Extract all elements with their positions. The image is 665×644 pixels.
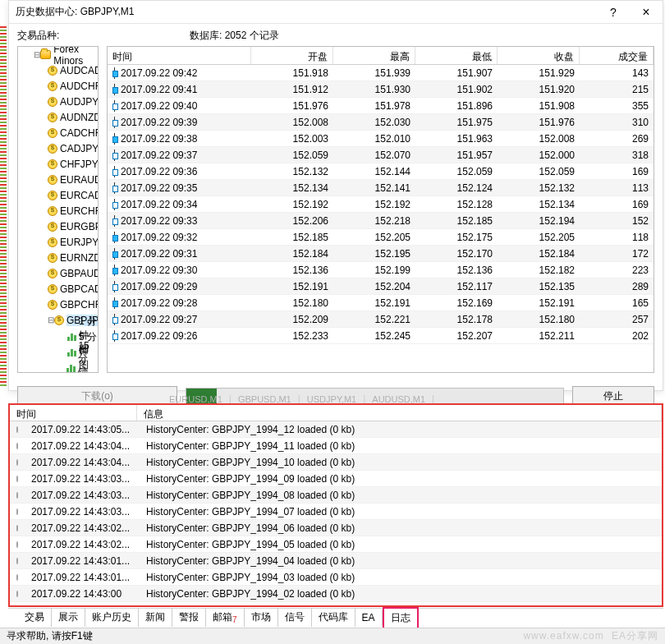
currency-icon [48,113,57,122]
candle-icon [112,216,117,226]
dot-icon [16,459,18,466]
log-row[interactable]: 2017.09.22 14:43:04...HistoryCenter: GBP… [10,438,662,454]
col-high[interactable]: 最高 [333,47,415,64]
table-row[interactable]: 2017.09.22 09:35152.134152.141152.124152… [108,180,654,196]
candle-icon [112,134,117,144]
log-row[interactable]: 2017.09.22 14:43:02...HistoryCenter: GBP… [10,520,662,536]
dot-icon [16,476,18,482]
log-row[interactable]: 2017.09.22 14:43:01...HistoryCenter: GBP… [10,553,662,569]
log-row[interactable]: 2017.09.22 14:43:03...HistoryCenter: GBP… [10,487,662,504]
col-close[interactable]: 收盘 [498,47,580,64]
tab-账户历史[interactable]: 账户历史 [85,608,139,627]
log-row[interactable]: 2017.09.22 14:43:03...HistoryCenter: GBP… [10,504,662,520]
currency-icon [48,81,57,91]
table-row[interactable]: 2017.09.22 09:38152.003152.010151.963152… [108,131,654,147]
table-row[interactable]: 2017.09.22 09:27152.209152.221152.178152… [108,311,654,328]
log-col-info[interactable]: 信息 [137,405,662,421]
tree-symbol-cadjpy[interactable]: CADJPY [18,140,98,156]
candle-icon [112,298,117,308]
log-row[interactable]: 2017.09.22 14:43:00HistoryCenter: GBPJPY… [10,586,662,602]
table-row[interactable]: 2017.09.22 09:30152.136152.199152.136152… [108,262,654,278]
tree-symbol-eurchf[interactable]: EURCHF [18,203,98,218]
col-low[interactable]: 最低 [415,47,498,64]
tree-symbol-eurjpy[interactable]: EURJPY [18,234,98,250]
table-row[interactable]: 2017.09.22 09:41151.912151.930151.902151… [108,81,654,98]
history-center-window: 历史数据中心: GBPJPY,M1 ? × 交易品种: 数据库: 2052 个记… [8,0,663,391]
tab-警报[interactable]: 警报 [172,608,206,627]
tree-symbol-eurgbp[interactable]: EURGBP [18,218,98,234]
log-col-time[interactable]: 时间 [10,405,137,421]
table-row[interactable]: 2017.09.22 09:29152.191152.204152.117152… [108,278,654,295]
tree-symbol-eurnzd[interactable]: EURNZD [18,250,98,265]
candle-icon [112,315,117,324]
col-time[interactable]: 时间 [108,47,251,64]
table-row[interactable]: 2017.09.22 09:36152.132152.144152.059152… [108,163,654,180]
table-row[interactable]: 2017.09.22 09:31152.184152.195152.170152… [108,246,654,262]
tree-symbol-chfjpy[interactable]: CHFJPY [18,156,98,172]
tab-新闻[interactable]: 新闻 [139,608,172,627]
candle-icon [112,249,117,259]
window-title: 历史数据中心: GBPJPY,M1 [16,5,597,19]
tab-市场[interactable]: 市场 [245,608,278,627]
currency-icon [48,66,57,76]
tree-symbol-audnzd[interactable]: AUDNZD [18,109,98,125]
col-open[interactable]: 开盘 [251,47,333,64]
currency-icon [48,144,57,154]
help-button[interactable]: ? [597,1,630,24]
candle-icon [112,183,117,193]
table-row[interactable]: 2017.09.22 09:32152.185152.205152.175152… [108,229,654,246]
currency-icon [48,97,57,107]
tree-symbol-gbpchf[interactable]: GBPCHF [18,297,98,312]
currency-icon [48,191,57,200]
tree-symbol-audjpy[interactable]: AUDJPY [18,94,98,109]
currency-icon [48,222,57,232]
candle-icon [112,200,117,209]
log-row[interactable]: 2017.09.22 14:43:03...HistoryCenter: GBP… [10,471,662,487]
tree-symbol-audchf[interactable]: AUDCHF [18,78,98,94]
candle-icon [112,331,117,341]
tree-symbol-gbpaud[interactable]: GBPAUD [18,265,98,281]
candle-icon [112,167,117,177]
tab-信号[interactable]: 信号 [278,608,312,627]
tree-symbol-euraud[interactable]: EURAUD [18,172,98,187]
tab-交易[interactable]: 交易 [18,608,52,627]
log-row[interactable]: 2017.09.22 14:43:01...HistoryCenter: GBP… [10,569,662,586]
table-row[interactable]: 2017.09.22 09:34152.192152.192152.128152… [108,196,654,213]
symbol-tree[interactable]: ⊟Forex Minors AUDCADAUDCHFAUDJPYAUDNZDCA… [17,46,99,373]
dot-icon [16,492,18,499]
currency-icon [48,237,57,247]
table-row[interactable]: 2017.09.22 09:40151.976151.978151.896151… [108,98,654,114]
data-grid[interactable]: 时间 开盘 最高 最低 收盘 成交量 2017.09.22 09:42151.9… [107,46,654,373]
table-row[interactable]: 2017.09.22 09:26152.233152.245152.207152… [108,328,654,344]
tab-邮箱[interactable]: 邮箱7 [206,608,245,627]
tab-EA[interactable]: EA [355,610,383,626]
table-row[interactable]: 2017.09.22 09:39152.008152.030151.975151… [108,114,654,131]
log-row[interactable]: 2017.09.22 14:43:05...HistoryCenter: GBP… [10,421,662,438]
tab-展示[interactable]: 展示 [52,608,85,627]
log-row[interactable]: 2017.09.22 14:43:04...HistoryCenter: GBP… [10,454,662,471]
tree-symbol-gbpcad[interactable]: GBPCAD [18,281,98,297]
dot-icon [16,591,18,597]
close-button[interactable]: × [630,1,663,24]
bars-icon [67,347,76,356]
dot-icon [16,443,18,449]
tab-代码库[interactable]: 代码库 [312,608,355,627]
currency-icon [48,253,57,263]
table-row[interactable]: 2017.09.22 09:37152.059152.070151.957152… [108,147,654,163]
record-count: 2052 个记录 [225,30,279,41]
tree-symbol-eurcad[interactable]: EURCAD [18,187,98,203]
watermark: www.eafxw.com EA分享网 [523,629,658,643]
statusbar: 寻求帮助, 请按F1键 www.eafxw.com EA分享网 [0,628,665,644]
left-ruler [0,25,7,386]
table-row[interactable]: 2017.09.22 09:28152.180152.191152.169152… [108,295,654,311]
tree-folder-forex-minors[interactable]: ⊟Forex Minors [18,47,98,62]
currency-icon [48,175,57,185]
col-volume[interactable]: 成交量 [580,47,654,64]
tree-symbol-cadchf[interactable]: CADCHF [18,125,98,140]
table-row[interactable]: 2017.09.22 09:33152.206152.218152.185152… [108,213,654,229]
currency-icon [48,206,57,216]
log-row[interactable]: 2017.09.22 14:43:02...HistoryCenter: GBP… [10,536,662,553]
tab-日志[interactable]: 日志 [383,607,419,628]
tree-timeframe[interactable]: 15 分钟图 [18,359,98,373]
table-row[interactable]: 2017.09.22 09:42151.918151.939151.907151… [108,65,654,81]
